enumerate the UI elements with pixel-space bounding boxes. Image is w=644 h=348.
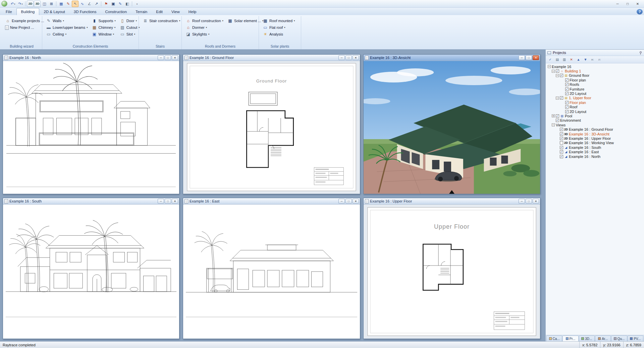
tree-item-floor-plan[interactable]: ✓Floor plan: [546, 78, 644, 82]
minimize-icon[interactable]: ─: [158, 55, 164, 60]
tab-construction[interactable]: Construction: [101, 8, 131, 15]
ground-floor-canvas[interactable]: Ground Floor: [183, 61, 360, 194]
flag-button[interactable]: ⚑: [103, 1, 109, 7]
checkbox-checked[interactable]: ✓: [556, 114, 559, 118]
example-projects-button[interactable]: ⌂ Example projects ...: [4, 17, 45, 24]
door-button[interactable]: ▯Door▾: [119, 17, 141, 24]
tree-item-upper-floor[interactable]: −✓▤1. Upper floor: [546, 96, 644, 100]
close-icon[interactable]: ✕: [533, 55, 539, 60]
paint-button[interactable]: ✎: [117, 1, 123, 7]
new-item-button[interactable]: ▥: [561, 57, 568, 63]
minimize-icon[interactable]: ─: [158, 199, 164, 204]
tree-item-2d-layout[interactable]: ✓2D Layout: [546, 91, 644, 96]
pin-icon[interactable]: [639, 51, 642, 55]
edit-item-button[interactable]: ▤: [554, 57, 560, 63]
chimney-button[interactable]: ▦Chimney▾: [91, 24, 117, 31]
maximize-icon[interactable]: □: [526, 199, 532, 204]
move-down-button[interactable]: ▼: [582, 57, 589, 63]
3d-render-canvas[interactable]: [364, 61, 540, 194]
tree-item-view-east[interactable]: ✓◢Example 16 : East: [546, 150, 644, 154]
tree-item-view-upper-floor[interactable]: ✓2DExample 16 : Upper Floor: [546, 136, 644, 140]
window-south-titlebar[interactable]: Example 16 : South ─ □ ✕: [3, 198, 179, 205]
cutout-button[interactable]: ▨Cutout▾: [119, 24, 141, 31]
more-tools-dropdown[interactable]: ▾: [133, 1, 140, 7]
spline-button[interactable]: ∿: [79, 1, 86, 7]
tree-item-upper-2d-layout[interactable]: ✓2D Layout: [546, 109, 644, 114]
collapse-icon[interactable]: −: [552, 123, 555, 126]
close-icon[interactable]: ✕: [172, 55, 178, 60]
checkbox-checked[interactable]: ✓: [565, 105, 569, 109]
maximize-icon[interactable]: □: [345, 199, 352, 204]
tree-item-upper-floor-plan[interactable]: ✓Floor plan: [546, 100, 644, 105]
tree-item-ground-floor[interactable]: −✓▤Ground floor: [546, 73, 644, 78]
app-logo[interactable]: [1, 1, 7, 7]
tile-windows-button[interactable]: ◫: [41, 1, 48, 7]
undo-button[interactable]: ↶▾: [9, 1, 16, 7]
tree-item-example-16[interactable]: −Example 16: [546, 64, 644, 69]
tab-quantities[interactable]: Qu...: [611, 336, 627, 341]
roof-mounted-button[interactable]: ▦Roof mounted▾: [262, 17, 296, 24]
collapse-icon[interactable]: −: [556, 74, 559, 77]
window-north[interactable]: Example 16 : North ─ □ ✕: [3, 54, 179, 194]
checkbox-checked[interactable]: ✓: [560, 146, 563, 149]
window-upper-floor-titlebar[interactable]: Example 16 : Upper Floor ─ □ ✕: [364, 198, 540, 205]
tree-item-view-3d-ansicht[interactable]: ✓3DExample 16 : 3D-Ansicht: [546, 132, 644, 136]
window-3d-titlebar[interactable]: Example 16 : 3D-Ansicht ─ □ ✕: [364, 55, 540, 61]
checkbox-checked[interactable]: ✓: [560, 74, 563, 77]
collapse-icon[interactable]: −: [556, 97, 559, 100]
tree-item-view-south[interactable]: ✓◢Example 16 : South: [546, 145, 644, 150]
tab-catalog[interactable]: Ca...: [546, 336, 562, 341]
window-3d-view[interactable]: Example 16 : 3D-Ansicht ─ □ ✕: [363, 54, 540, 194]
checkbox-checked[interactable]: ✓: [565, 92, 569, 95]
south-elevation-canvas[interactable]: [3, 205, 179, 339]
close-window-button[interactable]: ✕: [633, 1, 643, 7]
tree-item-views[interactable]: −Views: [546, 123, 644, 127]
window-upper-floor[interactable]: Example 16 : Upper Floor ─ □ ✕: [363, 198, 540, 339]
help-icon[interactable]: ?: [637, 9, 643, 14]
select-button[interactable]: ↖: [72, 1, 78, 7]
checkbox-checked[interactable]: ✓: [565, 88, 569, 91]
tree-item-furniture[interactable]: ✓Furniture: [546, 87, 644, 91]
close-icon[interactable]: ✕: [353, 55, 359, 60]
region-button[interactable]: ▣: [110, 1, 116, 7]
window-east[interactable]: Example 16 : East ─ □ ✕: [183, 198, 360, 339]
ceiling-button[interactable]: ▭Ceiling▾: [45, 31, 89, 38]
tree-item-view-north[interactable]: ✓◢Example 16 : North: [546, 154, 644, 159]
grid-button[interactable]: ▦: [58, 1, 64, 7]
analysis-button[interactable]: ☀Analysis: [262, 31, 296, 38]
supports-button[interactable]: ▮Supports▾: [91, 17, 117, 24]
checkbox-checked[interactable]: ✓: [565, 101, 569, 104]
maximize-icon[interactable]: □: [165, 55, 171, 60]
maximize-icon[interactable]: □: [345, 55, 352, 60]
view-2d-button[interactable]: 2D: [27, 1, 34, 7]
window-north-titlebar[interactable]: Example 16 : North ─ □ ✕: [3, 55, 179, 61]
dormer-button[interactable]: ⌂Dormer▾: [184, 24, 224, 31]
window-ground-floor[interactable]: Example 16 : Ground Floor ─ □ ✕: [183, 54, 360, 194]
checkbox-checked[interactable]: ✓: [556, 69, 559, 73]
new-project-button[interactable]: New Project ...: [4, 24, 45, 31]
flat-roof-button[interactable]: ▭Flat roof▾: [262, 24, 296, 31]
walls-button[interactable]: ✎Walls▾: [45, 17, 89, 24]
tab-edit[interactable]: Edit: [152, 8, 167, 15]
tree-item-pool[interactable]: +✓▧Pool: [546, 114, 644, 118]
window-ground-floor-titlebar[interactable]: Example 16 : Ground Floor ─ □ ✕: [183, 55, 360, 61]
mirror-button[interactable]: ◧: [124, 1, 130, 7]
checkbox-checked[interactable]: ✓: [560, 155, 563, 158]
minimize-window-button[interactable]: ─: [612, 1, 623, 7]
window-south[interactable]: Example 16 : South ─ □ ✕: [3, 198, 179, 339]
window-east-titlebar[interactable]: Example 16 : East ─ □ ✕: [183, 198, 360, 205]
apply-button[interactable]: ✓: [547, 57, 553, 63]
tab-pv[interactable]: PV...: [628, 336, 643, 341]
collapse-icon[interactable]: −: [552, 70, 555, 73]
redo-button[interactable]: ↷▾: [17, 1, 24, 7]
checkbox-checked[interactable]: ✓: [560, 96, 563, 100]
minimize-icon[interactable]: ─: [519, 55, 525, 60]
tab-3d[interactable]: 3D...: [579, 336, 595, 341]
checkbox-unchecked[interactable]: [560, 141, 563, 144]
move-up-button[interactable]: ▲: [575, 57, 582, 63]
maximize-icon[interactable]: □: [526, 55, 532, 60]
cascade-windows-button[interactable]: ⊞: [48, 1, 55, 7]
draw-button[interactable]: ✎: [65, 1, 71, 7]
close-icon[interactable]: ✕: [353, 199, 359, 204]
upper-floor-canvas[interactable]: Upper Floor: [364, 205, 540, 339]
